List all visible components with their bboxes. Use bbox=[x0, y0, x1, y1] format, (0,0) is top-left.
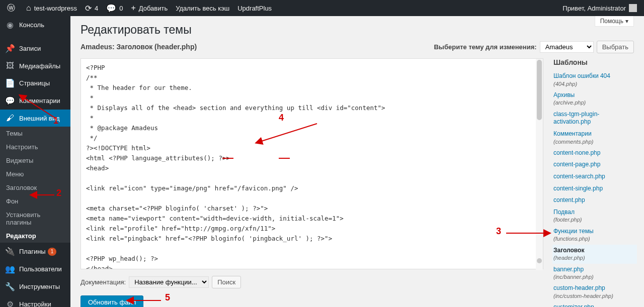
template-link[interactable]: Заголовок bbox=[553, 247, 584, 254]
chevron-right-icon bbox=[66, 114, 70, 122]
purge-cache[interactable]: Удалить весь кэш bbox=[172, 0, 233, 16]
update-file-button[interactable]: Обновить файл bbox=[80, 295, 143, 307]
chevron-down-icon: ▾ bbox=[625, 18, 628, 25]
sidebar-item-users[interactable]: 👥Пользователи bbox=[0, 260, 70, 278]
template-item[interactable]: Функции темы(functions.php) bbox=[553, 226, 634, 245]
sidebar-item-media[interactable]: 🖾Медиафайлы bbox=[0, 57, 70, 74]
brush-icon: 🖌 bbox=[5, 114, 15, 123]
template-item[interactable]: Подвал(footer.php) bbox=[553, 207, 634, 226]
template-item[interactable]: banner.php(inc/banner.php) bbox=[553, 264, 634, 283]
sub-customize[interactable]: Настроить bbox=[0, 140, 70, 154]
template-item[interactable]: content-page.php bbox=[553, 159, 634, 171]
docs-label: Документация: bbox=[80, 278, 126, 286]
template-item[interactable]: content.php bbox=[553, 194, 634, 207]
template-link[interactable]: custom-header.php bbox=[553, 284, 605, 291]
plus-icon: + bbox=[131, 4, 135, 13]
template-filename: (functions.php) bbox=[553, 235, 634, 242]
my-account[interactable]: Привет, Administrator bbox=[558, 0, 641, 16]
wp-logo[interactable]: ⓦ bbox=[3, 0, 22, 16]
updates[interactable]: ⟳4 bbox=[81, 0, 102, 16]
help-tab[interactable]: Помощь▾ bbox=[595, 16, 634, 27]
admin-bar: ⓦ ⌂test-wordpress ⟳4 💬0 +Добавить Удалит… bbox=[0, 0, 644, 16]
sidebar-item-console[interactable]: ◉Консоль bbox=[0, 16, 70, 34]
template-link[interactable]: Архивы bbox=[553, 91, 575, 98]
template-link[interactable]: banner.php bbox=[553, 266, 584, 273]
template-filename: (archive.php) bbox=[553, 99, 634, 106]
sub-themes[interactable]: Темы bbox=[0, 127, 70, 140]
sidebar-item-pages[interactable]: 📄Страницы bbox=[0, 74, 70, 92]
plugins-badge: 1 bbox=[48, 248, 57, 256]
template-item[interactable]: Заголовок(header.php) bbox=[552, 245, 637, 264]
template-link[interactable]: Шаблон ошибки 404 bbox=[553, 72, 610, 79]
theme-select[interactable]: Amadeus bbox=[540, 41, 594, 53]
updraft-plus[interactable]: UpdraftPlus bbox=[233, 0, 276, 16]
add-new[interactable]: +Добавить bbox=[127, 0, 172, 16]
annotation-number-5: 5 bbox=[165, 292, 170, 303]
scrollbar-thumb[interactable] bbox=[537, 60, 542, 120]
template-item[interactable]: content-single.php bbox=[553, 183, 634, 195]
dashboard-icon: ◉ bbox=[5, 20, 15, 30]
template-item[interactable]: class-tgm-plugin-activation.php bbox=[553, 109, 634, 128]
template-link[interactable]: content-page.php bbox=[553, 161, 600, 168]
template-link[interactable]: Комментарии bbox=[553, 130, 592, 137]
template-filename: (header.php) bbox=[553, 254, 634, 261]
sidebar-item-posts[interactable]: 📌Записи bbox=[0, 40, 70, 57]
media-icon: 🖾 bbox=[5, 61, 15, 70]
home-icon: ⌂ bbox=[26, 4, 31, 13]
sub-editor[interactable]: Редактор bbox=[0, 229, 70, 243]
sub-widgets[interactable]: Виджеты bbox=[0, 154, 70, 167]
templates-column: Шаблоны Шаблон ошибки 404(404.php)Архивы… bbox=[553, 58, 634, 307]
template-filename: (footer.php) bbox=[553, 216, 634, 223]
scrollbar-track[interactable] bbox=[536, 59, 543, 270]
admin-sidebar: ◉Консоль 📌Записи 🖾Медиафайлы 📄Страницы 💬… bbox=[0, 16, 70, 307]
page-title: Редактировать темы bbox=[80, 23, 634, 37]
templates-heading: Шаблоны bbox=[553, 58, 634, 66]
appearance-submenu: Темы Настроить Виджеты Меню Заголовок Фо… bbox=[0, 127, 70, 243]
annotation-number-4: 4 bbox=[279, 113, 284, 123]
docs-select[interactable]: Название функции... bbox=[129, 276, 209, 288]
template-link[interactable]: content-search.php bbox=[553, 173, 605, 180]
comment-icon: 💬 bbox=[106, 4, 116, 13]
template-item[interactable]: Шаблон ошибки 404(404.php) bbox=[553, 70, 634, 89]
code-editor[interactable]: <?PHP /** * The header for our theme. * … bbox=[80, 58, 543, 269]
template-link[interactable]: Подвал bbox=[553, 209, 575, 216]
template-item[interactable]: customizer.php(inc/customizer.php) bbox=[553, 301, 634, 307]
template-link[interactable]: class-tgm-plugin-activation.php bbox=[553, 111, 599, 126]
plugin-icon: 🔌 bbox=[5, 247, 15, 256]
template-link[interactable]: content-single.php bbox=[553, 185, 603, 192]
sidebar-item-plugins[interactable]: 🔌Плагины1 bbox=[0, 243, 70, 260]
annotation-underline bbox=[222, 158, 233, 159]
select-button[interactable]: Выбрать bbox=[597, 41, 634, 53]
avatar bbox=[629, 4, 637, 12]
settings-icon: ⚙ bbox=[5, 299, 15, 307]
template-link[interactable]: Функции темы bbox=[553, 228, 594, 235]
sidebar-item-comments[interactable]: 💬Комментарии bbox=[0, 92, 70, 110]
template-filename: (404.php) bbox=[553, 80, 634, 87]
sub-menus[interactable]: Меню bbox=[0, 167, 70, 181]
scrollbar-down[interactable] bbox=[537, 258, 542, 263]
annotation-number-2: 2 bbox=[56, 188, 61, 198]
comments[interactable]: 💬0 bbox=[102, 0, 127, 16]
update-icon: ⟳ bbox=[85, 4, 92, 13]
sidebar-item-settings[interactable]: ⚙Настройки bbox=[0, 295, 70, 307]
main-content: Помощь▾ Редактировать темы Выберите тему… bbox=[70, 16, 644, 307]
template-item[interactable]: content-search.php bbox=[553, 171, 634, 183]
site-name[interactable]: ⌂test-wordpress bbox=[22, 0, 81, 16]
docs-search-button[interactable]: Поиск bbox=[212, 276, 241, 288]
wordpress-icon: ⓦ bbox=[7, 3, 15, 14]
template-link[interactable]: content.php bbox=[553, 196, 585, 203]
sub-install-plugins[interactable]: Установить плагины bbox=[0, 208, 70, 229]
template-item[interactable]: content-none.php bbox=[553, 147, 634, 159]
template-item[interactable]: custom-header.php(inc/custom-header.php) bbox=[553, 282, 634, 301]
template-item[interactable]: Комментарии(comments.php) bbox=[553, 128, 634, 147]
template-link[interactable]: customizer.php bbox=[553, 303, 594, 307]
pin-icon: 📌 bbox=[5, 44, 15, 53]
users-icon: 👥 bbox=[5, 264, 15, 274]
comment-icon: 💬 bbox=[5, 96, 15, 106]
template-link[interactable]: content-none.php bbox=[553, 149, 600, 156]
sidebar-item-tools[interactable]: 🔧Инструменты bbox=[0, 278, 70, 295]
template-item[interactable]: Архивы(archive.php) bbox=[553, 89, 634, 109]
annotation-underline bbox=[279, 158, 290, 159]
theme-select-label: Выберите тему для изменения: bbox=[434, 43, 536, 51]
sidebar-item-appearance[interactable]: 🖌Внешний вид bbox=[0, 110, 70, 127]
